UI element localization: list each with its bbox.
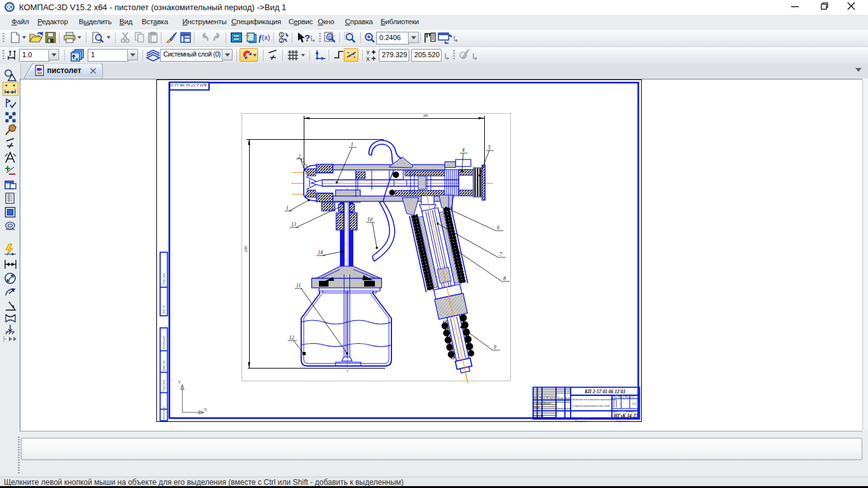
svg-text:90: 90 (423, 113, 428, 118)
svg-text:1: 1 (351, 142, 353, 147)
svg-text:Подп. дата: Подп. дата (163, 273, 165, 285)
svg-text:9: 9 (494, 344, 496, 350)
svg-text:5: 5 (488, 145, 491, 151)
svg-text:14: 14 (318, 250, 323, 255)
svg-text:Y: Y (178, 380, 181, 384)
svg-text:10: 10 (367, 217, 372, 222)
svg-text:Разраб. Иванов: Разраб. Иванов (533, 402, 552, 405)
svg-text:КП 2-57 01 06 12 03: КП 2-57 01 06 12 03 (168, 83, 207, 88)
svg-text:Копировал: Копировал (574, 419, 587, 423)
svg-text:Инв.№ дубл.: Инв.№ дубл. (163, 336, 165, 349)
svg-text:11: 11 (296, 283, 301, 288)
svg-text:8: 8 (503, 276, 506, 281)
svg-text:Инв. №: Инв. № (163, 306, 165, 313)
svg-text:1:1: 1:1 (632, 402, 637, 405)
svg-text:НГэК 34-27: НГэК 34-27 (613, 413, 638, 419)
svg-text:12: 12 (289, 335, 294, 341)
svg-text:Инв.№ подл.: Инв.№ подл. (163, 406, 165, 419)
svg-text:КП 2-57 01 06 12 03: КП 2-57 01 06 12 03 (584, 389, 625, 395)
svg-text:205: 205 (243, 245, 248, 252)
svg-text:пистолет для нанесения краскоп: пистолет для нанесения краскопульта (572, 398, 616, 401)
svg-text:4: 4 (462, 147, 465, 153)
svg-text:Лит. Масса Масштаб: Лит. Масса Масштаб (612, 396, 635, 398)
svg-text:1: 1 (286, 205, 288, 211)
svg-text:6: 6 (497, 225, 499, 231)
svg-text:Подп. дата: Подп. дата (163, 380, 165, 391)
svg-text:Пров.: Пров. (533, 405, 540, 409)
svg-text:Изм Лист № докум. Подп. Дата: Изм Лист № докум. Подп. Дата (533, 396, 571, 400)
svg-text:Формат А3: Формат А3 (616, 419, 630, 423)
svg-text:13: 13 (291, 222, 296, 227)
svg-text:Н.контр.: Н.контр. (533, 414, 544, 417)
svg-text:Взам. инв.: Взам. инв. (163, 360, 165, 371)
svg-text:и окраска распылением для слое: и окраска распылением для слоев (572, 404, 609, 407)
svg-text:X: X (204, 407, 207, 412)
